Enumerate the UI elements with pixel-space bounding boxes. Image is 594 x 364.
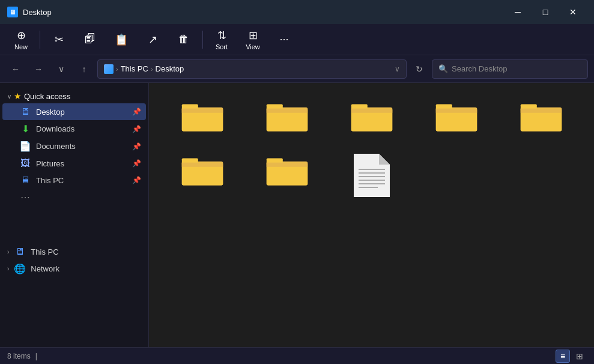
file-item-folder-3[interactable] [333, 95, 410, 139]
more-button[interactable]: ··· [269, 27, 299, 52]
minimize-button[interactable]: ─ [504, 0, 532, 24]
paste-button[interactable]: 📋 [106, 27, 136, 52]
pin-thispc-icon: 📌 [132, 176, 141, 184]
file-area [149, 83, 594, 347]
text-file-icon [354, 154, 390, 195]
pin-desktop-icon: 📌 [132, 108, 141, 116]
network-icon: 🌐 [14, 263, 26, 275]
view-icon: ⊞ [249, 29, 258, 42]
sidebar-item-pictures[interactable]: 🖼 Pictures 📌 [2, 155, 146, 172]
cut-button[interactable]: ✂ [44, 27, 74, 52]
sidebar-item-documents[interactable]: 📄 Documents 📌 [2, 138, 146, 155]
search-placeholder: Search Desktop [452, 64, 508, 73]
new-button[interactable]: ⊕ New [6, 27, 36, 52]
cut-icon: ✂ [55, 33, 64, 46]
folder-icon-5 [520, 100, 563, 135]
more-icon: ··· [279, 33, 288, 46]
address-chevron-icon[interactable]: ∨ [395, 65, 400, 73]
folder-icon-2 [265, 100, 309, 135]
up-button[interactable]: ↑ [74, 59, 94, 79]
list-view-button[interactable]: ≡ [556, 350, 570, 363]
forward-button[interactable]: → [29, 59, 48, 79]
sidebar-item-thispc-quick[interactable]: 🖥 This PC 📌 [2, 172, 146, 189]
status-separator: | [35, 352, 37, 360]
view-button[interactable]: ⊞ View [238, 27, 268, 52]
recent-locations-button[interactable]: ∨ [52, 59, 71, 79]
title-bar: 🖥 Desktop ─ □ ✕ [0, 0, 594, 24]
toolbar: ⊕ New ✂ 🗐 📋 ↗ 🗑 ⇅ Sort ⊞ View ··· [0, 24, 594, 55]
folder-icon-6 [181, 154, 224, 189]
quick-access-label: Quick access [24, 92, 70, 101]
sidebar: ∨ ★ Quick access 🖥 Desktop 📌 ⬇ Downloads… [0, 83, 149, 347]
new-icon: ⊕ [17, 29, 26, 42]
downloads-icon: ⬇ [19, 123, 31, 135]
search-bar[interactable]: 🔍 Search Desktop [432, 59, 588, 79]
svg-rect-27 [266, 163, 307, 167]
quick-access-chevron-icon: ∨ [7, 93, 11, 100]
pin-downloads-icon: 📌 [132, 125, 141, 133]
breadcrumb-thispc: This PC [121, 64, 148, 73]
svg-rect-7 [266, 109, 307, 113]
thispc-root-icon: 🖥 [14, 246, 26, 257]
quick-access-star-icon: ★ [14, 91, 22, 101]
breadcrumb-desktop: Desktop [156, 64, 184, 73]
file-item-folder-5[interactable] [502, 95, 580, 139]
sidebar-documents-label: Documents [36, 142, 76, 151]
file-item-folder-2[interactable] [248, 95, 326, 139]
folder-icon-4 [435, 100, 478, 135]
breadcrumb: › This PC › Desktop [104, 64, 391, 74]
sidebar-item-thispc-root[interactable]: › 🖥 This PC ◄ [2, 243, 146, 260]
svg-rect-19 [520, 109, 561, 113]
copy-button[interactable]: 🗐 [75, 27, 105, 52]
window-controls: ─ □ ✕ [504, 0, 587, 24]
grid-view-button[interactable]: ⊞ [572, 350, 587, 363]
delete-button[interactable]: 🗑 [169, 27, 199, 52]
svg-rect-23 [181, 163, 222, 167]
thispc-root-chevron-icon: › [7, 249, 9, 255]
svg-rect-11 [351, 109, 392, 113]
pictures-icon: 🖼 [19, 158, 31, 169]
network-chevron-icon: › [7, 265, 9, 272]
documents-icon: 📄 [19, 141, 31, 152]
item-count: 8 items [7, 352, 31, 360]
maximize-button[interactable]: □ [532, 0, 559, 24]
sidebar-item-desktop[interactable]: 🖥 Desktop 📌 [2, 103, 146, 120]
sidebar-thispc-root-label: This PC [31, 247, 58, 256]
sort-button[interactable]: ⇅ Sort [207, 27, 237, 52]
share-button[interactable]: ↗ [138, 27, 168, 52]
sidebar-downloads-label: Downloads [36, 124, 74, 133]
sort-icon: ⇅ [217, 29, 226, 42]
search-icon: 🔍 [438, 64, 448, 73]
pin-pictures-icon: 📌 [132, 159, 141, 168]
file-item-folder-6[interactable] [163, 149, 241, 199]
view-toggle-group: ≡ ⊞ [556, 350, 587, 363]
sidebar-pictures-label: Pictures [36, 159, 64, 168]
close-button[interactable]: ✕ [559, 0, 587, 24]
thispc-quick-icon: 🖥 [19, 175, 31, 186]
sidebar-thispc-quick-label: This PC [36, 176, 64, 185]
svg-rect-15 [435, 109, 476, 113]
quick-access-section: ∨ ★ Quick access 🖥 Desktop 📌 ⬇ Downloads… [0, 88, 148, 207]
sidebar-item-network[interactable]: › 🌐 Network [2, 260, 146, 278]
sidebar-more-items[interactable]: ⋯ [2, 189, 146, 206]
refresh-button[interactable]: ↻ [410, 60, 428, 78]
file-grid [163, 95, 580, 199]
svg-rect-3 [181, 109, 222, 113]
copy-icon: 🗐 [85, 33, 95, 46]
file-item-folder-1[interactable] [163, 95, 241, 139]
toolbar-separator-1 [40, 31, 40, 49]
sidebar-spacer [0, 207, 148, 243]
folder-icon-3 [350, 100, 393, 135]
folder-icon-1 [181, 100, 224, 135]
sidebar-item-downloads[interactable]: ⬇ Downloads 📌 [2, 120, 146, 138]
paste-icon: 📋 [115, 33, 128, 46]
toolbar-separator-2 [202, 31, 203, 49]
back-button[interactable]: ← [6, 59, 25, 79]
desktop-icon: 🖥 [19, 106, 31, 117]
svg-marker-29 [379, 154, 390, 165]
file-item-folder-4[interactable] [417, 95, 495, 139]
file-item-folder-7[interactable] [248, 149, 326, 199]
file-item-textfile[interactable] [333, 149, 410, 199]
quick-access-header[interactable]: ∨ ★ Quick access [2, 89, 146, 103]
address-bar[interactable]: › This PC › Desktop ∨ [97, 59, 407, 79]
